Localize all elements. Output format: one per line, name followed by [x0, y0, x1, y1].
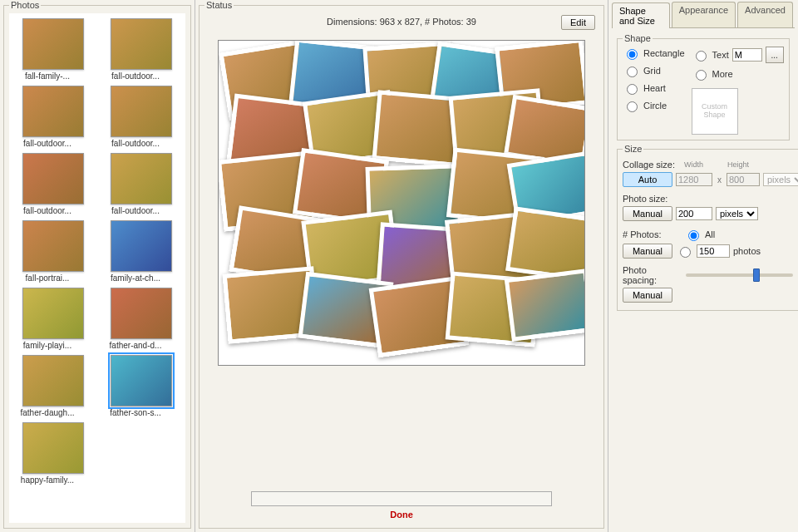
thumbnail-label: family-at-ch...	[99, 273, 172, 283]
edit-button[interactable]: Edit	[561, 15, 595, 30]
tab-shape-and-size[interactable]: Shape and Size	[612, 2, 670, 28]
thumbnail-label: fall-portrai...	[11, 273, 84, 283]
collage-canvas[interactable]	[218, 40, 585, 366]
thumbnail[interactable]: fall-outdoor...	[99, 153, 184, 215]
thumbnail-image	[22, 18, 84, 70]
thumbnail-image	[22, 422, 84, 474]
num-photos-field[interactable]	[697, 244, 730, 258]
done-label: Done	[390, 510, 413, 520]
thumbnail-image	[111, 86, 172, 137]
photo-spacing-label: Photo spacing:	[623, 265, 681, 285]
thumbnail[interactable]: fall-outdoor...	[11, 86, 96, 148]
shape-option-heart[interactable]: Heart	[623, 81, 685, 95]
thumbnail-image	[22, 355, 84, 406]
shape-option-circle[interactable]: Circle	[623, 99, 685, 112]
custom-shape-well[interactable]: Custom Shape	[692, 88, 738, 135]
thumbnail-label: father-daugh...	[11, 408, 84, 417]
thumbnail-label: fall-outdoor...	[11, 206, 84, 215]
collage-height-field[interactable]	[727, 173, 760, 186]
thumbnail-image	[111, 220, 172, 272]
thumbnail-label: fall-outdoor...	[11, 139, 84, 148]
dimensions-label: Dimensions: 963 x 827, # Photos: 39	[327, 17, 476, 27]
thumbnail-image	[22, 86, 84, 137]
collage-units-select[interactable]: pixels	[763, 173, 798, 186]
thumbnail[interactable]: fall-family-...	[11, 18, 96, 81]
thumbnail-label: fall-outdoor...	[99, 139, 172, 148]
collage-size-label: Collage size:	[623, 160, 681, 170]
shape-option-text[interactable]: Text ...	[692, 47, 784, 63]
tab-appearance[interactable]: Appearance	[672, 2, 736, 27]
photo-size-field[interactable]	[676, 207, 712, 220]
thumbnail[interactable]: happy-family...	[11, 422, 96, 485]
tab-advanced[interactable]: Advanced	[737, 2, 793, 27]
thumbnail[interactable]: fall-outdoor...	[11, 153, 96, 215]
shape-option-more[interactable]: More	[692, 67, 784, 81]
photos-panel-title: Photos	[9, 0, 41, 10]
thumbnail-label: father-son-s...	[99, 408, 172, 417]
thumbnail-label: happy-family...	[11, 475, 84, 485]
thumbnail[interactable]: fall-outdoor...	[99, 18, 184, 81]
shape-text-field[interactable]	[732, 48, 762, 62]
photos-scroll[interactable]: fall-family-...fall-outdoor...fall-outdo…	[9, 13, 185, 523]
thumbnail-image	[22, 288, 84, 339]
thumbnail[interactable]: father-daugh...	[11, 355, 96, 417]
photo-units-select[interactable]: pixels	[716, 207, 758, 220]
thumbnail-label: father-and-d...	[99, 341, 172, 350]
photo-size-manual-button[interactable]: Manual	[623, 206, 672, 221]
thumbnail-label: fall-family-...	[11, 71, 84, 81]
num-photos-manual-button[interactable]: Manual	[623, 244, 672, 259]
num-photos-all-radio[interactable]: All	[684, 228, 715, 241]
thumbnail[interactable]: father-son-s...	[99, 355, 184, 417]
thumbnail-image	[111, 288, 172, 339]
thumbnail[interactable]: family-playi...	[11, 288, 96, 350]
num-photos-count-radio[interactable]	[676, 244, 693, 258]
thumbnail[interactable]: father-and-d...	[99, 288, 184, 350]
progress-bar	[251, 491, 552, 506]
thumbnail-image	[111, 153, 172, 204]
photo-size-label: Photo size:	[623, 194, 681, 204]
collage-width-field[interactable]	[676, 173, 712, 186]
thumbnail[interactable]: fall-outdoor...	[99, 86, 184, 148]
photo-spacing-manual-button[interactable]: Manual	[623, 288, 672, 303]
status-panel-title: Status	[204, 0, 234, 10]
shape-option-grid[interactable]: Grid	[623, 64, 685, 77]
photo-spacing-slider[interactable]	[686, 273, 793, 277]
thumbnail-label: fall-outdoor...	[99, 71, 172, 81]
thumbnail-image	[111, 355, 172, 406]
num-photos-label: # Photos:	[623, 229, 681, 239]
thumbnail-label: family-playi...	[11, 341, 84, 350]
thumbnail-image	[111, 18, 172, 70]
thumbnail[interactable]: family-at-ch...	[99, 220, 184, 283]
thumbnail-label: fall-outdoor...	[99, 206, 172, 215]
shape-text-browse-button[interactable]: ...	[766, 47, 784, 63]
shape-group-title: Shape	[623, 33, 653, 43]
collage-size-auto-button[interactable]: Auto	[623, 172, 672, 187]
thumbnail-image	[22, 220, 84, 272]
thumbnail[interactable]: fall-portrai...	[11, 220, 96, 283]
thumbnail-image	[22, 153, 84, 204]
collage-tile[interactable]	[505, 268, 585, 342]
shape-option-rectangle[interactable]: Rectangle	[623, 47, 685, 60]
size-group-title: Size	[623, 144, 643, 154]
